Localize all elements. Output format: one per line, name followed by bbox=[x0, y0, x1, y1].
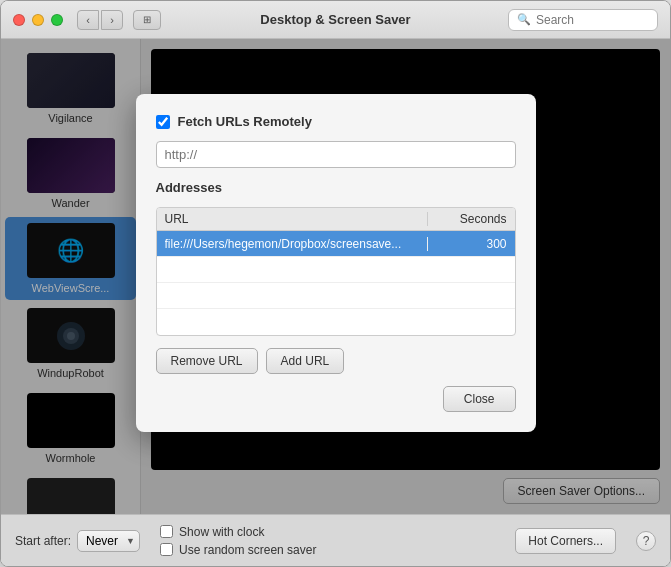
url-input[interactable] bbox=[156, 141, 516, 168]
remove-url-button[interactable]: Remove URL bbox=[156, 348, 258, 374]
fetch-urls-label: Fetch URLs Remotely bbox=[178, 114, 312, 129]
show-with-clock-label: Show with clock bbox=[179, 525, 264, 539]
main-content: Vigilance Wander 🌐 WebViewScre... bbox=[1, 39, 670, 514]
back-button[interactable]: ‹ bbox=[77, 10, 99, 30]
url-table: URL Seconds file:///Users/hegemon/Dropbo… bbox=[156, 207, 516, 336]
url-row-3[interactable] bbox=[157, 309, 515, 335]
modal-close-row: Close bbox=[156, 386, 516, 412]
add-url-button[interactable]: Add URL bbox=[266, 348, 345, 374]
url-table-rows: file:///Users/hegemon/Dropbox/screensave… bbox=[157, 231, 515, 335]
fetch-urls-row: Fetch URLs Remotely bbox=[156, 114, 516, 129]
url-row-2[interactable] bbox=[157, 283, 515, 309]
start-after-section: Start after: Never ▼ bbox=[15, 530, 140, 552]
fetch-urls-checkbox[interactable] bbox=[156, 115, 170, 129]
never-select-wrapper: Never ▼ bbox=[77, 530, 140, 552]
search-bar: 🔍 bbox=[508, 9, 658, 31]
seconds-column-header: Seconds bbox=[427, 212, 507, 226]
addresses-label: Addresses bbox=[156, 180, 516, 195]
use-random-label: Use random screen saver bbox=[179, 543, 316, 557]
grid-view-button[interactable]: ⊞ bbox=[133, 10, 161, 30]
search-input[interactable] bbox=[536, 13, 649, 27]
search-icon: 🔍 bbox=[517, 13, 531, 26]
main-window: ‹ › ⊞ Desktop & Screen Saver 🔍 Vigilance… bbox=[0, 0, 671, 567]
traffic-lights bbox=[13, 14, 63, 26]
forward-button[interactable]: › bbox=[101, 10, 123, 30]
url-cell-0: file:///Users/hegemon/Dropbox/screensave… bbox=[165, 237, 427, 251]
close-button[interactable]: Close bbox=[443, 386, 516, 412]
seconds-cell-0: 300 bbox=[427, 237, 507, 251]
use-random-row: Use random screen saver bbox=[160, 543, 316, 557]
titlebar: ‹ › ⊞ Desktop & Screen Saver 🔍 bbox=[1, 1, 670, 39]
url-row-1[interactable] bbox=[157, 257, 515, 283]
minimize-button[interactable] bbox=[32, 14, 44, 26]
help-button[interactable]: ? bbox=[636, 531, 656, 551]
modal-url-buttons: Remove URL Add URL bbox=[156, 348, 516, 374]
nav-buttons: ‹ › bbox=[77, 10, 123, 30]
maximize-button[interactable] bbox=[51, 14, 63, 26]
url-column-header: URL bbox=[165, 212, 427, 226]
modal-dialog: Fetch URLs Remotely Addresses URL Second… bbox=[136, 94, 536, 432]
show-with-clock-row: Show with clock bbox=[160, 525, 316, 539]
url-row-0[interactable]: file:///Users/hegemon/Dropbox/screensave… bbox=[157, 231, 515, 257]
show-with-clock-checkbox[interactable] bbox=[160, 525, 173, 538]
hot-corners-button[interactable]: Hot Corners... bbox=[515, 528, 616, 554]
bottom-bar: Start after: Never ▼ Show with clock Use… bbox=[1, 514, 670, 566]
close-button[interactable] bbox=[13, 14, 25, 26]
url-table-header: URL Seconds bbox=[157, 208, 515, 231]
checkboxes-section: Show with clock Use random screen saver bbox=[160, 525, 316, 557]
start-after-label: Start after: bbox=[15, 534, 71, 548]
window-title: Desktop & Screen Saver bbox=[260, 12, 410, 27]
start-after-select[interactable]: Never bbox=[77, 530, 140, 552]
modal-overlay: Fetch URLs Remotely Addresses URL Second… bbox=[1, 39, 670, 514]
use-random-checkbox[interactable] bbox=[160, 543, 173, 556]
